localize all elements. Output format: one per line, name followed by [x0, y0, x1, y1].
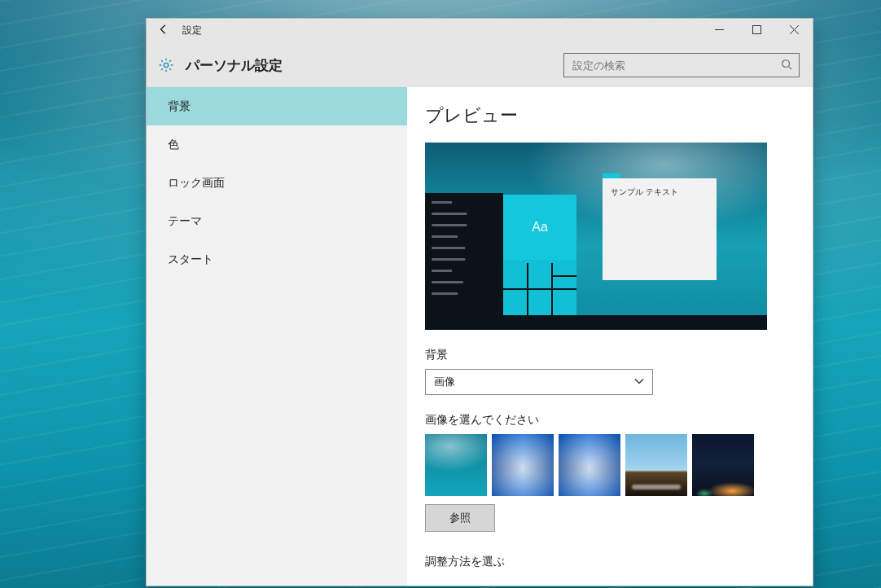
preview-heading: プレビュー — [425, 103, 783, 128]
preview-sample-text: サンプル テキスト — [611, 187, 678, 196]
sidebar-item-label: 背景 — [168, 99, 191, 114]
sidebar: 背景 色 ロック画面 テーマ スタート — [147, 87, 407, 586]
window-minimize-button[interactable] — [700, 19, 738, 43]
svg-point-2 — [782, 59, 790, 67]
sidebar-item-label: ロック画面 — [168, 176, 225, 191]
back-arrow-icon — [158, 24, 169, 37]
fit-label: 調整方法を選ぶ — [425, 555, 783, 569]
choose-image-label: 画像を選んでください — [425, 413, 783, 428]
sidebar-item-colors[interactable]: 色 — [147, 125, 407, 164]
preview-start-tiles: Aa — [503, 195, 576, 315]
minimize-icon — [715, 24, 724, 37]
search-icon — [781, 59, 792, 72]
thumbnail-3[interactable] — [559, 434, 620, 496]
content-pane: プレビュー Aa サンプル テキスト 背景 — [407, 87, 813, 586]
maximize-icon — [752, 24, 761, 37]
preview-taskbar — [425, 315, 767, 330]
background-type-select[interactable]: 画像 — [425, 369, 653, 395]
background-type-value: 画像 — [434, 375, 455, 389]
content-scroll[interactable]: プレビュー Aa サンプル テキスト 背景 — [407, 87, 803, 586]
svg-rect-0 — [752, 26, 760, 34]
gear-icon — [156, 55, 176, 75]
settings-search[interactable] — [563, 53, 800, 77]
background-label: 背景 — [425, 348, 783, 362]
desktop-preview: Aa サンプル テキスト — [425, 143, 767, 330]
sidebar-item-label: テーマ — [168, 214, 202, 229]
close-icon — [790, 24, 799, 37]
preview-tile-aa: Aa — [503, 195, 576, 260]
chevron-down-icon — [634, 376, 644, 388]
sidebar-item-label: 色 — [168, 138, 179, 152]
browse-button[interactable]: 参照 — [425, 504, 495, 532]
thumbnail-1[interactable] — [425, 434, 487, 496]
image-thumbnails — [425, 434, 783, 496]
preview-window-card: サンプル テキスト — [603, 178, 717, 280]
window-close-button[interactable] — [775, 19, 813, 43]
settings-window: 設定 パーソナル設定 背景 色 — [146, 18, 813, 586]
thumbnail-4[interactable] — [625, 434, 687, 496]
sidebar-item-background[interactable]: 背景 — [147, 87, 407, 125]
window-titlebar: 設定 — [147, 19, 813, 43]
preview-start-panel — [425, 193, 503, 315]
sidebar-item-label: スタート — [168, 252, 213, 267]
svg-point-1 — [164, 63, 168, 67]
sidebar-item-start[interactable]: スタート — [147, 240, 407, 279]
page-header: パーソナル設定 — [147, 43, 813, 87]
page-title: パーソナル設定 — [186, 56, 554, 75]
sidebar-item-lockscreen[interactable]: ロック画面 — [147, 164, 407, 202]
thumbnail-5[interactable] — [692, 434, 754, 496]
window-maximize-button[interactable] — [738, 19, 775, 43]
search-input[interactable] — [571, 59, 781, 72]
browse-button-label: 参照 — [449, 511, 471, 525]
thumbnail-2[interactable] — [492, 434, 554, 496]
window-title: 設定 — [181, 24, 202, 37]
sidebar-item-themes[interactable]: テーマ — [147, 202, 407, 240]
window-body: 背景 色 ロック画面 テーマ スタート プレビュー — [147, 87, 813, 586]
back-button[interactable] — [147, 19, 181, 43]
